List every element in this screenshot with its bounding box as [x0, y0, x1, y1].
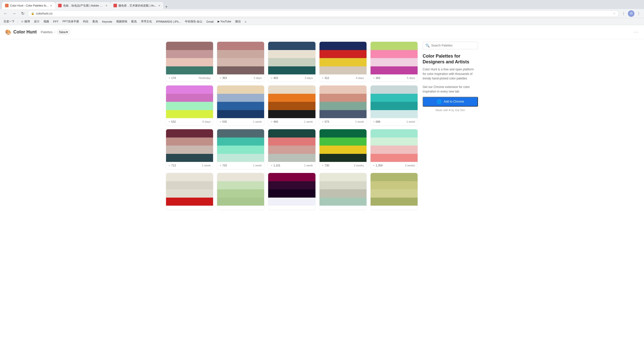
- palette-card-17[interactable]: [217, 173, 264, 210]
- color-swatch-10-3: [371, 110, 418, 118]
- tab-close-3[interactable]: ✕: [158, 4, 160, 7]
- palette-card-5[interactable]: ♥3635 days: [371, 42, 418, 81]
- header-more-icon[interactable]: ···: [634, 29, 639, 35]
- palette-card-14[interactable]: ♥7302 weeks: [319, 129, 367, 169]
- palette-colors-14: [319, 129, 367, 162]
- bookmark-edit[interactable]: 视频剪辑: [115, 19, 129, 24]
- palette-card-18[interactable]: [268, 173, 315, 210]
- bookmark-youtube[interactable]: ▶ YouTube: [216, 19, 233, 24]
- page: 🎨 Color Hunt Palettes › New ▾ ··· ♥174Ye…: [0, 25, 644, 362]
- palette-card-11[interactable]: ♥7131 week: [166, 129, 213, 169]
- palette-card-13[interactable]: ♥1,1011 week: [268, 129, 315, 169]
- palette-card-15[interactable]: ♥1,3592 weeks: [371, 129, 418, 169]
- tab-close-2[interactable]: ✕: [105, 4, 107, 7]
- palette-time-14: 2 weeks: [354, 164, 364, 167]
- add-to-chrome-button[interactable]: 🌐 Add to Chrome: [423, 97, 478, 107]
- palette-likes-6: ♥532: [169, 120, 176, 123]
- tab-2[interactable]: 色板，绘色品/产生图 | Adobe Co... ✕: [55, 2, 110, 9]
- color-swatch-4-0: [319, 42, 367, 50]
- nav-new-dropdown[interactable]: New ▾: [57, 29, 70, 35]
- bookmark-baidu[interactable]: 百度一下: [2, 19, 16, 24]
- extensions-icon[interactable]: ⋮: [620, 10, 627, 17]
- bookmark-report[interactable]: 年轻报告-金山: [183, 19, 204, 24]
- color-swatch-16-0: [166, 173, 213, 181]
- color-swatch-18-2: [268, 189, 315, 198]
- color-swatch-2-3: [217, 66, 264, 75]
- search-input[interactable]: [431, 44, 475, 47]
- palette-card-6[interactable]: ♥5326 days: [166, 85, 213, 125]
- bookmark-palette[interactable]: 配色: [130, 19, 138, 24]
- color-swatch-20-0: [371, 173, 418, 181]
- palette-colors-7: [217, 85, 264, 118]
- palette-meta-13: ♥1,1011 week: [268, 162, 315, 169]
- likes-count: 1,359: [376, 164, 383, 167]
- nav-new-label: New: [59, 30, 66, 34]
- palette-card-10[interactable]: ♥6881 week: [371, 85, 418, 125]
- back-button[interactable]: ←: [2, 10, 9, 17]
- palette-likes-9: ♥573: [322, 120, 329, 123]
- address-bar[interactable]: 🔒 colorhunt.co ☆: [28, 10, 619, 17]
- bookmark-weibo[interactable]: ☆ 微博: [19, 19, 31, 24]
- palette-card-12[interactable]: ♥7201 week: [217, 129, 264, 169]
- heart-icon: ♥: [322, 120, 324, 123]
- menu-icon[interactable]: ⋮: [635, 10, 642, 17]
- color-swatch-14-2: [319, 146, 367, 154]
- bookmark-ma[interactable]: 码住: [82, 19, 90, 24]
- palette-time-1: Yesterday: [198, 76, 211, 79]
- color-swatch-3-0: [268, 42, 315, 50]
- bookmark-ippa[interactable]: IPPAWARDS | iPh...: [154, 20, 182, 24]
- bookmark-video[interactable]: 视频: [42, 19, 51, 24]
- color-swatch-6-1: [166, 94, 213, 102]
- palette-meta-12: ♥7201 week: [217, 162, 264, 169]
- bookmark-ppt[interactable]: PPT: [52, 20, 60, 24]
- palette-card-8[interactable]: ♥4601 week: [268, 85, 315, 125]
- new-tab-button[interactable]: +: [163, 5, 170, 9]
- palette-colors-10: [371, 85, 418, 118]
- site-logo[interactable]: 🎨 Color Hunt: [5, 29, 37, 35]
- bookmark-design[interactable]: 设计: [32, 19, 41, 24]
- bookmark-xu[interactable]: 序序文化: [139, 19, 153, 24]
- palette-colors-20: [371, 173, 418, 206]
- tab-3[interactable]: 颜色搭，艺术家的色彩配 | Ac... ✕: [110, 2, 163, 9]
- bookmark-color[interactable]: 配色: [91, 19, 100, 24]
- bookmark-keynote[interactable]: Keynote: [101, 20, 114, 24]
- palette-card-2[interactable]: ♥3532 days: [217, 42, 264, 81]
- forward-button[interactable]: →: [11, 10, 18, 17]
- bookmark-gmail[interactable]: Gmail: [205, 20, 215, 24]
- tab-1[interactable]: Color Hunt - Color Palettes fo... ✕: [2, 2, 55, 9]
- palette-card-3[interactable]: ♥4033 days: [268, 42, 315, 81]
- palette-likes-1: ♥174: [169, 76, 176, 79]
- bookmark-pptbook[interactable]: PPT实体手册: [61, 19, 80, 24]
- profile-icon[interactable]: 用: [628, 10, 634, 17]
- nav-palettes[interactable]: Palettes: [41, 30, 53, 34]
- palette-colors-9: [319, 85, 367, 118]
- palette-time-7: 1 week: [253, 120, 262, 123]
- bookmark-more[interactable]: »: [243, 20, 248, 24]
- palette-card-7[interactable]: ♥5351 week: [217, 85, 264, 125]
- color-swatch-7-1: [217, 94, 264, 102]
- palette-likes-13: ♥1,101: [271, 164, 280, 167]
- palette-card-4[interactable]: ♥3124 days: [319, 42, 367, 81]
- tab-close-1[interactable]: ✕: [50, 4, 52, 7]
- color-swatch-4-3: [319, 66, 367, 75]
- palette-card-19[interactable]: [319, 173, 367, 210]
- tab-favicon-1: [5, 4, 9, 7]
- palette-likes-10: ♥688: [373, 120, 380, 123]
- color-swatch-11-3: [166, 154, 213, 162]
- palette-card-20[interactable]: [371, 173, 418, 210]
- palette-card-16[interactable]: [166, 173, 213, 210]
- heart-icon: ♥: [373, 164, 375, 167]
- palette-time-3: 3 days: [305, 76, 313, 79]
- search-box[interactable]: 🔍: [423, 42, 478, 49]
- palette-card-1[interactable]: ♥174Yesterday: [166, 42, 213, 81]
- palette-likes-14: ♥730: [322, 164, 329, 167]
- tab-label-3: 颜色搭，艺术家的色彩配 | Ac...: [118, 4, 157, 8]
- bookmark-wechat[interactable]: 微信: [234, 19, 242, 24]
- color-swatch-7-0: [217, 85, 264, 94]
- refresh-button[interactable]: ↻: [19, 10, 26, 17]
- made-with-text: Made with ♥ by Gal Shir: [423, 109, 478, 112]
- palette-card-9[interactable]: ♥5731 week: [319, 85, 367, 125]
- color-swatch-11-2: [166, 146, 213, 154]
- tab-bar: Color Hunt - Color Palettes fo... ✕ 色板，绘…: [0, 0, 644, 9]
- palette-meta-4: ♥3124 days: [319, 74, 367, 81]
